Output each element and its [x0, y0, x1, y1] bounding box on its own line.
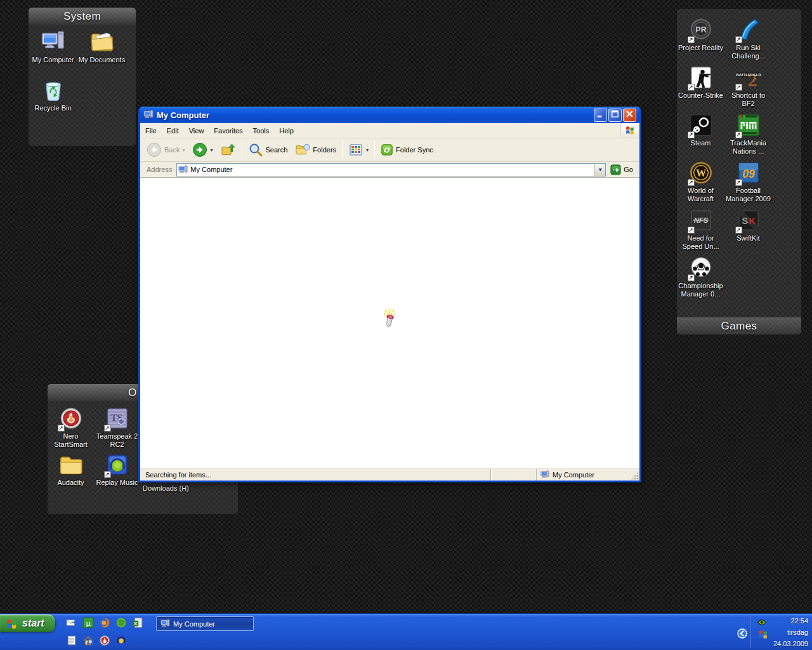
windows-logo-icon: [620, 123, 639, 138]
quicklaunch-notepad-icon[interactable]: [66, 635, 77, 646]
teamspeak-icon: TS↗: [103, 405, 131, 432]
shortcut-arrow-overlay: ↗: [735, 36, 742, 43]
quicklaunch-excel-icon[interactable]: X: [132, 617, 143, 628]
maximize-button[interactable]: [608, 109, 622, 122]
football-manager-2009-icon: 09↗: [735, 159, 763, 186]
menu-file[interactable]: File: [140, 123, 162, 138]
svg-text:09: 09: [742, 168, 755, 180]
svg-text:µ: µ: [86, 620, 90, 628]
tray-nvidia-icon[interactable]: [757, 618, 766, 627]
quicklaunch-search-icon[interactable]: [82, 635, 94, 646]
group-system-title: System: [29, 8, 136, 25]
menu-help[interactable]: Help: [274, 123, 299, 138]
shortcut-arrow-overlay: ↗: [735, 84, 742, 91]
shortcut-arrow-overlay: ↗: [688, 274, 695, 281]
desktop-icon-trackmania-nations[interactable]: ↗TrackMania Nations ...: [724, 112, 772, 159]
desktop-icon-counter-strike[interactable]: ↗Counter-Strike: [677, 64, 724, 112]
minimize-button[interactable]: [594, 109, 607, 122]
shortcut-arrow-overlay: ↗: [688, 84, 695, 91]
shortcut-arrow-overlay: ↗: [735, 131, 742, 138]
quicklaunch-replay-music-icon[interactable]: [115, 635, 127, 646]
menu-bar: FileEditViewFavoritesToolsHelp: [140, 123, 639, 138]
quicklaunch-spotify-icon[interactable]: [115, 617, 127, 628]
go-button[interactable]: Go: [606, 164, 638, 175]
resize-grip[interactable]: [631, 472, 639, 480]
start-button[interactable]: start: [0, 614, 55, 632]
desktop-icon-audacity[interactable]: Audacity: [48, 451, 94, 498]
desktop-icon-world-of-warcraft[interactable]: W↗World of Warcraft: [677, 159, 724, 207]
folders-button[interactable]: Folders: [291, 140, 340, 160]
desktop-icon-label: World of Warcraft: [688, 187, 714, 203]
desktop-icon-nero-startsmart[interactable]: ↗Nero StartSmart: [48, 405, 94, 451]
status-text: Searching for items...: [140, 469, 491, 481]
desktop-icon-teamspeak-2-rc2[interactable]: TS↗Teamspeak 2 RC2: [94, 405, 140, 451]
clock-day: tirsdag: [773, 627, 808, 638]
address-dropdown-button[interactable]: ▼: [594, 164, 605, 176]
shortcut-arrow-overlay: ↗: [688, 131, 695, 138]
desktop-icon-shortcut-to-bf2[interactable]: 2BATTLEFIELD↗Shortcut to BF2: [724, 64, 772, 112]
taskbar-button-my-computer[interactable]: My Computer: [156, 616, 254, 631]
shortcut-arrow-overlay: ↗: [735, 227, 742, 234]
menu-edit[interactable]: Edit: [162, 123, 184, 138]
nero-icon: ↗: [57, 405, 85, 432]
clock-date: 24.03.2009: [773, 638, 808, 649]
desktop-icon-steam[interactable]: ↗Steam: [677, 112, 724, 159]
menu-tools[interactable]: Tools: [248, 123, 275, 138]
windows-flag-icon: [6, 617, 18, 630]
address-input[interactable]: My Computer ▼: [176, 163, 606, 176]
world-of-warcraft-icon: W↗: [687, 159, 715, 186]
quick-launch-row-1: µX: [66, 617, 143, 628]
address-label: Address: [142, 166, 176, 173]
desktop-icon-label: TrackMania Nations ...: [730, 139, 766, 156]
desktop-icon-my-computer[interactable]: My Computer: [29, 29, 77, 77]
my-computer-icon: [160, 619, 170, 628]
address-value: My Computer: [190, 166, 232, 173]
my-computer-icon: [39, 29, 67, 55]
desktop-icon-replay-music[interactable]: ↗Replay Music: [94, 451, 140, 498]
tray-msn-messenger-icon[interactable]: [758, 628, 769, 639]
address-bar: Address My Computer ▼ Go: [140, 162, 639, 178]
desktop-icon-swiftkit[interactable]: SK↗SwiftKit: [724, 207, 772, 255]
quicklaunch-utorrent-icon[interactable]: µ: [82, 617, 94, 628]
quicklaunch-firefox-icon[interactable]: [99, 617, 110, 628]
desktop-icon-need-for-speed-un[interactable]: NFS↗Need for Speed Un...: [677, 207, 724, 255]
desktop-icon-championship-manager-0[interactable]: ↗Championship Manager 0...: [677, 255, 724, 302]
desktop-icon-recycle-bin[interactable]: Recycle Bin: [29, 77, 77, 125]
close-button[interactable]: [623, 109, 636, 122]
desktop-icon-football-manager-2009[interactable]: 09↗Football Manager 2009: [724, 159, 772, 207]
desktop-icon-label: Counter-Strike: [678, 91, 723, 100]
menu-favorites[interactable]: Favorites: [209, 123, 247, 138]
desktop-icon-run-ski-challeng[interactable]: ↗Run Ski Challeng...: [724, 17, 772, 64]
shortcut-arrow-overlay: ↗: [104, 425, 111, 432]
toolbar-separator: [342, 141, 343, 159]
my-computer-icon: [143, 110, 154, 120]
window-titlebar[interactable]: My Computer: [140, 107, 639, 123]
my-documents-icon: [88, 29, 116, 55]
replay-music-icon: ↗: [103, 451, 131, 478]
menu-view[interactable]: View: [184, 123, 209, 138]
desktop-icon-label: SwiftKit: [737, 234, 760, 242]
svg-text:S: S: [742, 215, 748, 226]
group-system-items: My ComputerMy DocumentsRecycle Bin: [29, 25, 136, 125]
quicklaunch-nero-icon[interactable]: [99, 635, 110, 646]
desktop-icon-label: Recycle Bin: [34, 104, 71, 112]
back-button[interactable]: Back▾: [143, 140, 188, 160]
taskbar: start µX My Computer 22:54 tirsdag 24.03…: [0, 613, 812, 650]
window-content[interactable]: [140, 178, 639, 468]
quicklaunch-outlook-express-icon[interactable]: [66, 617, 77, 628]
forward-button[interactable]: ▾: [188, 140, 216, 160]
clock[interactable]: 22:54 tirsdag 24.03.2009: [773, 615, 808, 649]
search-button[interactable]: Search: [244, 140, 292, 160]
desktop-icon-project-reality[interactable]: PR↗Project Reality: [677, 17, 724, 64]
desktop-icon-label-downloads[interactable]: Downloads (H): [143, 484, 189, 492]
folder-sync-button[interactable]: Folder Sync: [377, 140, 437, 160]
desktop-icon-my-documents[interactable]: My Documents: [77, 29, 126, 77]
svg-text:W: W: [695, 168, 705, 179]
up-button[interactable]: [217, 140, 240, 160]
shortcut-arrow-overlay: ↗: [735, 179, 742, 186]
need-for-speed-icon: NFS↗: [687, 207, 715, 234]
swiftkit-icon: SK↗: [735, 207, 763, 234]
svg-text:PR: PR: [695, 25, 706, 34]
views-button[interactable]: ▾: [344, 140, 372, 160]
tray-collapse-chevron-icon[interactable]: [737, 628, 747, 639]
